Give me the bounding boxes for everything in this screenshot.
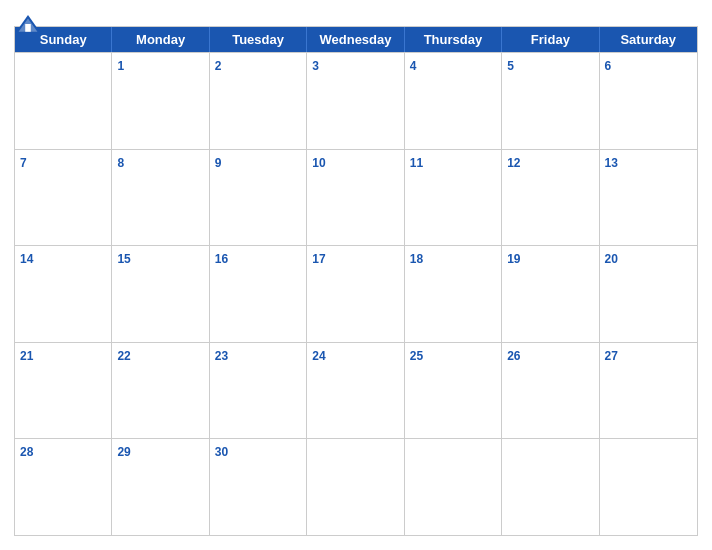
day-number: 19 xyxy=(507,252,520,266)
day-number: 28 xyxy=(20,445,33,459)
day-cell: 29 xyxy=(112,439,209,535)
day-number: 1 xyxy=(117,59,124,73)
day-cell: 27 xyxy=(600,343,697,439)
day-cell: 26 xyxy=(502,343,599,439)
day-cell: 25 xyxy=(405,343,502,439)
day-cell: 28 xyxy=(15,439,112,535)
day-cell: 10 xyxy=(307,150,404,246)
day-number: 17 xyxy=(312,252,325,266)
day-header-tuesday: Tuesday xyxy=(210,27,307,52)
day-cell: 3 xyxy=(307,53,404,149)
calendar-wrapper: SundayMondayTuesdayWednesdayThursdayFrid… xyxy=(0,0,712,550)
day-number: 24 xyxy=(312,349,325,363)
day-number: 22 xyxy=(117,349,130,363)
day-cell: 15 xyxy=(112,246,209,342)
day-number: 3 xyxy=(312,59,319,73)
day-number: 4 xyxy=(410,59,417,73)
day-cell: 17 xyxy=(307,246,404,342)
svg-rect-2 xyxy=(25,24,31,32)
day-cell: 22 xyxy=(112,343,209,439)
day-cell: 16 xyxy=(210,246,307,342)
day-cell: 5 xyxy=(502,53,599,149)
calendar-header xyxy=(14,10,698,20)
day-cell: 1 xyxy=(112,53,209,149)
day-number: 5 xyxy=(507,59,514,73)
day-cell: 13 xyxy=(600,150,697,246)
day-cell: 19 xyxy=(502,246,599,342)
day-cell: 20 xyxy=(600,246,697,342)
day-header-saturday: Saturday xyxy=(600,27,697,52)
day-number: 15 xyxy=(117,252,130,266)
day-header-wednesday: Wednesday xyxy=(307,27,404,52)
day-number: 9 xyxy=(215,156,222,170)
week-row-5: 282930 xyxy=(15,438,697,535)
day-number: 20 xyxy=(605,252,618,266)
day-cell: 8 xyxy=(112,150,209,246)
day-cell: 14 xyxy=(15,246,112,342)
day-number: 26 xyxy=(507,349,520,363)
day-number: 2 xyxy=(215,59,222,73)
day-cell: 30 xyxy=(210,439,307,535)
day-number: 23 xyxy=(215,349,228,363)
week-row-1: 123456 xyxy=(15,52,697,149)
logo-icon xyxy=(14,14,42,34)
day-cell: 4 xyxy=(405,53,502,149)
day-number: 7 xyxy=(20,156,27,170)
day-cell: 11 xyxy=(405,150,502,246)
calendar-grid: SundayMondayTuesdayWednesdayThursdayFrid… xyxy=(14,26,698,536)
day-number: 6 xyxy=(605,59,612,73)
day-number: 18 xyxy=(410,252,423,266)
day-cell: 24 xyxy=(307,343,404,439)
day-cell xyxy=(502,439,599,535)
day-cell: 2 xyxy=(210,53,307,149)
day-cell xyxy=(307,439,404,535)
week-row-4: 21222324252627 xyxy=(15,342,697,439)
day-number: 8 xyxy=(117,156,124,170)
day-cell xyxy=(405,439,502,535)
day-number: 29 xyxy=(117,445,130,459)
logo-area xyxy=(14,14,42,35)
day-cell: 21 xyxy=(15,343,112,439)
day-number: 25 xyxy=(410,349,423,363)
day-number: 11 xyxy=(410,156,423,170)
day-cell: 7 xyxy=(15,150,112,246)
day-cell: 12 xyxy=(502,150,599,246)
day-number: 16 xyxy=(215,252,228,266)
day-cell: 9 xyxy=(210,150,307,246)
day-header-friday: Friday xyxy=(502,27,599,52)
day-cell: 18 xyxy=(405,246,502,342)
day-number: 21 xyxy=(20,349,33,363)
day-cell: 6 xyxy=(600,53,697,149)
day-headers-row: SundayMondayTuesdayWednesdayThursdayFrid… xyxy=(15,27,697,52)
weeks-container: 1234567891011121314151617181920212223242… xyxy=(15,52,697,535)
day-number: 27 xyxy=(605,349,618,363)
day-header-thursday: Thursday xyxy=(405,27,502,52)
day-cell xyxy=(600,439,697,535)
day-number: 12 xyxy=(507,156,520,170)
day-number: 30 xyxy=(215,445,228,459)
day-number: 13 xyxy=(605,156,618,170)
day-number: 14 xyxy=(20,252,33,266)
day-cell: 23 xyxy=(210,343,307,439)
week-row-3: 14151617181920 xyxy=(15,245,697,342)
day-number: 10 xyxy=(312,156,325,170)
week-row-2: 78910111213 xyxy=(15,149,697,246)
day-header-monday: Monday xyxy=(112,27,209,52)
day-cell xyxy=(15,53,112,149)
